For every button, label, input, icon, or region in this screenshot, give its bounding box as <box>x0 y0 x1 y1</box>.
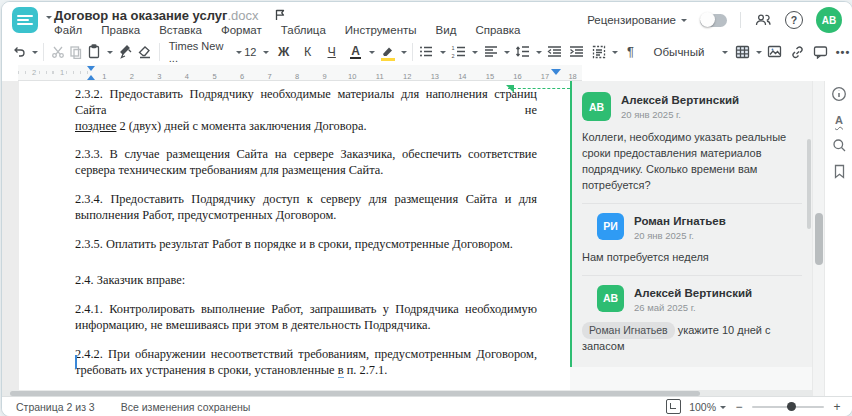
paragraph-2-4[interactable]: 2.4. Заказчик вправе: <box>75 273 537 289</box>
app-logo-icon[interactable] <box>12 7 38 33</box>
insert-table-icon[interactable] <box>734 42 752 62</box>
spellcheck-icon[interactable]: А <box>831 111 848 128</box>
flag-icon[interactable] <box>275 7 286 24</box>
undo-dropdown-caret-icon[interactable] <box>32 51 38 57</box>
mention-pill[interactable]: Роман Игнатьев <box>582 322 675 339</box>
insert-link-icon[interactable] <box>789 42 807 62</box>
comments-panel: АВ Алексей Вертинский 20 янв 2025 г. Кол… <box>570 81 812 397</box>
menu-item[interactable]: Файл <box>54 24 82 36</box>
document-text[interactable]: 2.3.2. Предоставить Подрядчику необходим… <box>75 87 537 391</box>
divider <box>582 275 802 276</box>
editor-area: 2.3.2. Предоставить Подрядчику необходим… <box>2 81 852 397</box>
bold-button[interactable]: Ж <box>275 42 293 62</box>
show-paragraph-marks-button[interactable]: ¶ <box>622 42 640 62</box>
increase-indent-icon[interactable] <box>568 42 586 62</box>
paste-icon[interactable] <box>85 42 103 62</box>
line-spacing-caret-icon[interactable] <box>536 51 542 57</box>
paragraph-2-4-2[interactable]: 2.4.2. При обнаружении несоответствий тр… <box>75 347 537 379</box>
bookmark-icon[interactable] <box>831 163 848 180</box>
font-name-select[interactable]: Times New ... <box>165 42 242 62</box>
text-cursor <box>75 355 77 369</box>
comment-thread[interactable]: АВ Алексей Вертинский 20 янв 2025 г. Кол… <box>570 81 812 367</box>
paragraph-style-select[interactable]: Обычный <box>646 42 728 62</box>
ruler-number: 6 <box>228 69 256 81</box>
numbered-list-caret-icon[interactable] <box>472 51 478 57</box>
font-color-button[interactable]: А <box>347 42 365 62</box>
search-icon[interactable] <box>831 137 848 154</box>
scrollbar-thumb[interactable] <box>815 213 823 265</box>
info-icon[interactable] <box>831 85 848 102</box>
zoom-out-button[interactable]: − <box>734 400 744 414</box>
left-indent-marker[interactable] <box>87 71 95 80</box>
zoom-slider[interactable] <box>752 406 824 408</box>
user-avatar[interactable]: АВ <box>816 7 842 33</box>
bullet-list-caret-icon[interactable] <box>440 51 446 57</box>
header: Договор на оказание услуг.docx ФайлПравк… <box>2 2 852 38</box>
toolbar: Times New ... 12 Ж К Ч А 12 <box>2 38 852 65</box>
align-left-icon[interactable] <box>482 42 500 62</box>
review-toggle[interactable] <box>700 14 727 27</box>
decrease-indent-icon[interactable] <box>546 42 564 62</box>
zoom-caret-icon[interactable] <box>720 406 726 412</box>
paragraph-shading-icon[interactable] <box>590 42 608 62</box>
bullet-list-icon[interactable] <box>418 42 436 62</box>
paste-dropdown-caret-icon[interactable] <box>107 51 113 57</box>
fit-page-icon[interactable] <box>666 399 681 414</box>
clear-style-icon[interactable] <box>136 42 154 62</box>
italic-button[interactable]: К <box>299 42 317 62</box>
menu-bar: ФайлПравкаВставкаФорматТаблицаИнструмент… <box>54 24 521 36</box>
menu-item[interactable]: Инструменты <box>345 24 417 36</box>
commented-word[interactable]: позднее <box>75 119 116 133</box>
menu-item[interactable]: Вид <box>436 24 457 36</box>
app-window: Договор на оказание услуг.docx ФайлПравк… <box>1 1 852 416</box>
font-size-select[interactable]: 12 <box>242 42 269 62</box>
status-bar: Страница 2 из 3 Все изменения сохранены … <box>2 396 852 416</box>
numbered-list-icon[interactable]: 12 <box>450 42 468 62</box>
comment-date: 20 янв 2025 г. <box>634 230 726 241</box>
font-color-caret-icon[interactable] <box>369 51 375 57</box>
ruler-number: 9 <box>311 69 339 81</box>
align-caret-icon[interactable] <box>504 51 510 57</box>
menu-item[interactable]: Вставка <box>159 24 202 36</box>
more-tools-button[interactable]: ••• <box>834 42 852 62</box>
save-status: Все изменения сохранены <box>121 401 251 413</box>
collaborators-icon[interactable] <box>754 11 772 29</box>
page-indicator[interactable]: Страница 2 из 3 <box>16 401 95 413</box>
underline-button[interactable]: Ч <box>323 42 341 62</box>
menu-item[interactable]: Правка <box>101 24 140 36</box>
zoom-in-button[interactable]: + <box>832 400 842 414</box>
help-icon[interactable]: ? <box>785 11 803 29</box>
comments-scrollbar[interactable] <box>807 139 811 229</box>
ruler-number: 14 <box>449 69 477 81</box>
zoom-slider-thumb[interactable] <box>787 402 796 411</box>
paragraph-2-4-1[interactable]: 2.4.1. Контролировать выполнение Работ, … <box>75 302 537 334</box>
highlight-color-caret-icon[interactable] <box>401 51 407 57</box>
paragraph-2-3-2[interactable]: 2.3.2. Предоставить Подрядчику необходим… <box>75 87 537 134</box>
zoom-value[interactable]: 100% <box>689 401 716 413</box>
format-painter-icon[interactable] <box>118 42 136 62</box>
paragraph-2-3-3[interactable]: 2.3.3. В случае размещения Сайта на серв… <box>75 147 537 179</box>
comment-date: 20 янв 2025 г. <box>621 109 739 120</box>
menu-item[interactable]: Формат <box>221 24 262 36</box>
insert-comment-icon[interactable] <box>812 42 830 62</box>
right-indent-marker[interactable] <box>551 69 561 79</box>
paragraph-2-3-5[interactable]: 2.3.5. Оплатить результат Работ в порядк… <box>75 237 537 253</box>
line-spacing-icon[interactable] <box>514 42 532 62</box>
paragraph-2-3-4[interactable]: 2.3.4. Предоставить Подрядчику доступ к … <box>75 192 537 224</box>
review-dropdown-caret-icon[interactable] <box>681 19 687 25</box>
horizontal-ruler[interactable]: 2 1 123456789101112131415161718 <box>18 65 582 81</box>
highlight-color-button[interactable] <box>379 42 397 62</box>
insert-table-caret-icon[interactable] <box>756 51 762 57</box>
logo-dropdown-caret-icon[interactable] <box>46 16 52 22</box>
copy-icon[interactable] <box>67 42 85 62</box>
paragraph-shading-caret-icon[interactable] <box>612 51 618 57</box>
comment-author: Алексей Вертинский <box>621 92 739 106</box>
document-page[interactable]: 2.3.2. Предоставить Подрядчику необходим… <box>19 81 570 397</box>
menu-item[interactable]: Справка <box>475 24 520 36</box>
undo-icon[interactable] <box>10 42 28 62</box>
insert-image-icon[interactable] <box>766 42 784 62</box>
menu-item[interactable]: Таблица <box>281 24 326 36</box>
cut-icon[interactable] <box>49 42 67 62</box>
ruler-number: 10 <box>338 69 366 81</box>
review-mode-label[interactable]: Рецензирование <box>587 14 676 26</box>
